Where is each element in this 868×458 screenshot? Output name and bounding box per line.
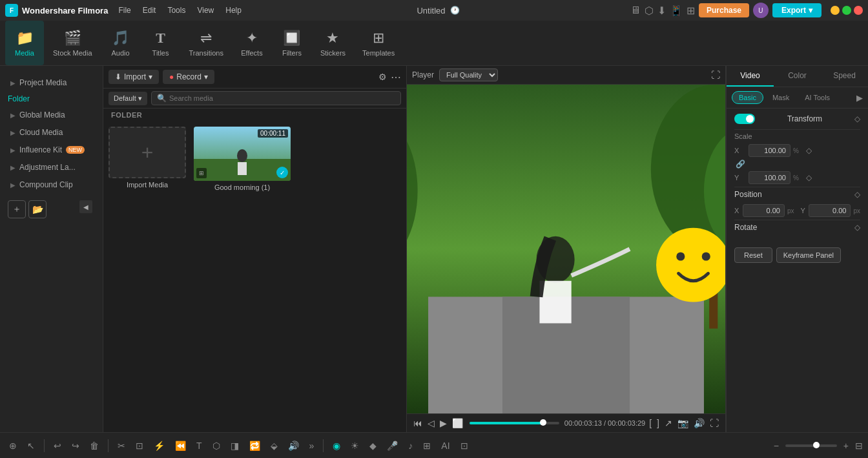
ai-button[interactable]: AI [437, 438, 453, 453]
subtabs-more-button[interactable]: ▶ [856, 93, 863, 103]
toolbar-templates[interactable]: ⊞ Templates [355, 21, 402, 65]
folder-section-label: FOLDER [103, 109, 406, 121]
transform-toggle[interactable] [734, 114, 755, 124]
position-keyframe-button[interactable]: ◇ [854, 190, 860, 199]
crop-button[interactable]: ⊡ [132, 438, 147, 453]
reset-button[interactable]: Reset [734, 247, 772, 263]
tab-speed[interactable]: Speed [821, 66, 868, 87]
import-media-item[interactable]: + Import Media [108, 127, 186, 427]
zoom-in-button[interactable]: + [840, 438, 852, 453]
sidebar-item-cloud-media[interactable]: ▶ Cloud Media [3, 124, 100, 141]
quality-dropdown[interactable]: Full Quality Half Quality [439, 68, 498, 81]
window-maximize[interactable] [842, 6, 851, 15]
subtab-basic[interactable]: Basic [732, 91, 763, 104]
toolbar-stock-media[interactable]: 🎬 Stock Media [45, 21, 100, 65]
mask-button[interactable]: ◨ [227, 438, 243, 453]
sidebar-item-project-media[interactable]: ▶ Project Media [3, 74, 100, 91]
more-tools-button[interactable]: » [305, 438, 318, 453]
scale-y-input[interactable] [749, 171, 790, 184]
position-inputs: X px Y px [734, 204, 860, 217]
tab-color[interactable]: Color [774, 66, 821, 87]
keyframe-panel-button[interactable]: Keyframe Panel [776, 247, 841, 263]
multi-cam-button[interactable]: ⊞ [419, 438, 435, 453]
position-y-input[interactable] [809, 204, 851, 217]
export-button[interactable]: Export ▾ [772, 3, 822, 17]
layout-grid-button[interactable]: ⊟ [855, 441, 863, 451]
default-dropdown[interactable]: Default ▾ [108, 92, 147, 105]
toolbar-filters[interactable]: 🔲 Filters [273, 21, 311, 65]
divider-2 [734, 187, 860, 187]
player-expand-button[interactable]: ⛶ [711, 70, 720, 80]
import-button[interactable]: ⬇ Import ▾ [108, 70, 159, 84]
export-dropdown-icon[interactable]: ▾ [809, 6, 812, 15]
scale-x-keyframe[interactable]: ◇ [806, 146, 812, 155]
sidebar-item-compound-clip[interactable]: ▶ Compound Clip [3, 176, 100, 193]
mark-in-button[interactable]: [ [648, 417, 653, 430]
play-button[interactable]: ▶ [439, 417, 448, 430]
rewind-button[interactable]: ⏮ [412, 417, 424, 430]
auto-highlight-button[interactable]: ◉ [329, 438, 344, 453]
collapse-sidebar-button[interactable]: ◀ [79, 200, 92, 213]
stop-button[interactable]: ⬜ [451, 417, 464, 430]
window-minimize[interactable] [831, 6, 840, 15]
toolbar-stickers[interactable]: ★ Stickers [313, 21, 353, 65]
text-button[interactable]: T [192, 438, 206, 453]
toolbar-audio[interactable]: 🎵 Audio [101, 21, 140, 65]
audio-detach-button[interactable]: 🔊 [284, 438, 303, 453]
add-folder-button[interactable]: ＋ [8, 200, 26, 218]
menu-tools[interactable]: Tools [162, 5, 191, 16]
delete-button[interactable]: 🗑 [86, 438, 103, 453]
video-clip-item[interactable]: 00:00:11 ✓ ⊞ Good morning (1) [194, 127, 291, 427]
undo-button[interactable]: ↩ [50, 438, 65, 453]
scene-detect-button[interactable]: ☀ [347, 438, 363, 453]
zoom-slider[interactable] [785, 444, 837, 447]
subtab-mask[interactable]: Mask [766, 92, 796, 103]
fullscreen-button[interactable]: ⛶ [708, 417, 720, 430]
progress-bar[interactable] [470, 422, 559, 424]
loop-button[interactable]: 🔁 [245, 438, 264, 453]
reverse-button[interactable]: ⏪ [171, 438, 190, 453]
window-close[interactable] [854, 6, 863, 15]
speed-button[interactable]: ⚡ [150, 438, 169, 453]
frame-back-button[interactable]: ◁ [426, 417, 436, 430]
import-folder-button[interactable]: 📂 [28, 200, 46, 218]
redo-button[interactable]: ↪ [68, 438, 83, 453]
rotate-keyframe-button[interactable]: ◇ [854, 223, 860, 232]
sidebar-item-influence-kit[interactable]: ▶ Influence Kit NEW [3, 141, 100, 158]
scale-y-keyframe[interactable]: ◇ [806, 173, 812, 182]
marker-button[interactable]: ◆ [366, 438, 380, 453]
zoom-out-button[interactable]: − [770, 438, 783, 453]
toolbar-titles[interactable]: T Titles [141, 21, 180, 65]
menu-edit[interactable]: Edit [138, 5, 161, 16]
toolbar-transitions[interactable]: ⇌ Transitions [181, 21, 231, 65]
menu-view[interactable]: View [192, 5, 219, 16]
select-tool-button[interactable]: ↖ [23, 438, 39, 453]
mark-out-button[interactable]: ] [656, 417, 661, 430]
cut-button[interactable]: ✂ [114, 438, 129, 453]
audio-track-button[interactable]: ♪ [404, 438, 417, 453]
menu-file[interactable]: File [113, 5, 136, 16]
stabilize-button[interactable]: ⬙ [267, 438, 282, 453]
extract-button[interactable]: ↗ [663, 417, 674, 430]
position-x-input[interactable] [743, 204, 785, 217]
pip-button[interactable]: ⊡ [457, 438, 472, 453]
purchase-button[interactable]: Purchase [699, 3, 749, 17]
sidebar-item-adjustment[interactable]: ▶ Adjustment La... [3, 159, 100, 176]
menu-help[interactable]: Help [220, 5, 247, 16]
subtab-ai-tools[interactable]: AI Tools [798, 92, 836, 103]
snap-button[interactable]: ⊕ [5, 438, 21, 453]
filter-button[interactable]: ⚙ [378, 72, 387, 82]
scale-x-input[interactable] [749, 144, 790, 157]
transform-keyframe-button[interactable]: ◇ [854, 114, 860, 123]
sidebar-item-global-media[interactable]: ▶ Global Media [3, 107, 100, 123]
record-button[interactable]: ● Record ▾ [163, 70, 214, 84]
voice-button[interactable]: 🎤 [383, 438, 402, 453]
volume-button[interactable]: 🔊 [692, 417, 706, 430]
toolbar-effects[interactable]: ✦ Effects [232, 21, 271, 65]
transform-button[interactable]: ⬡ [209, 438, 224, 453]
more-button[interactable]: ⋯ [391, 71, 401, 83]
snapshot-button[interactable]: 📷 [676, 417, 690, 430]
toolbar-media[interactable]: 📁 Media [5, 21, 44, 65]
search-input[interactable] [169, 94, 395, 102]
tab-video[interactable]: Video [727, 66, 774, 87]
